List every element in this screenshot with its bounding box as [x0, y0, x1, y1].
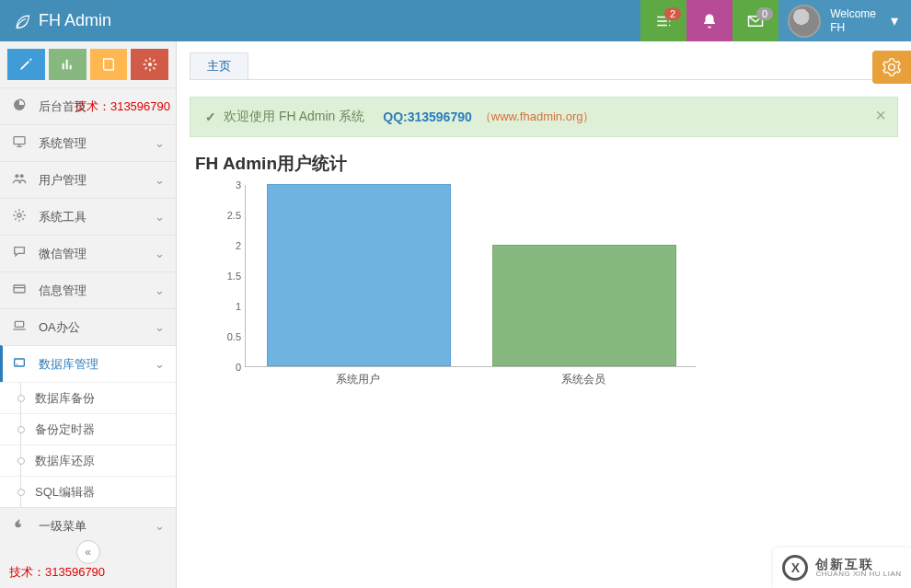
sidebar-item-desktop[interactable]: 系统管理⌄: [0, 124, 176, 161]
welcome-line2: FH: [830, 21, 876, 35]
svg-point-3: [20, 174, 24, 178]
sub-item[interactable]: 数据库还原: [0, 444, 176, 476]
topbar: FH Admin 2 0 Welcome FH ▾: [0, 0, 911, 41]
nav: 后台首页系统管理⌄用户管理⌄系统工具⌄微信管理⌄信息管理⌄OA办公⌄数据库管理⌄…: [0, 87, 176, 560]
settings-float-button[interactable]: [872, 51, 911, 84]
welcome-alert: ✓ 欢迎使用 FH Admin 系统 QQ:313596790 （www.fha…: [190, 97, 898, 137]
alert-close-button[interactable]: ×: [875, 105, 886, 126]
main: 主页 ✓ 欢迎使用 FH Admin 系统 QQ:313596790 （www.…: [177, 41, 911, 588]
hdd-icon: [11, 355, 28, 373]
sidebar-item-laptop[interactable]: OA办公⌄: [0, 308, 176, 345]
alert-text: 欢迎使用 FH Admin 系统: [224, 109, 364, 125]
tasks-button[interactable]: 2: [640, 0, 686, 41]
laptop-icon: [11, 318, 28, 336]
svg-point-2: [15, 174, 18, 178]
sub-item[interactable]: 备份定时器: [0, 413, 176, 444]
tasks-badge: 2: [664, 7, 681, 20]
watermark-py: CHUANG XIN HU LIAN: [815, 571, 901, 578]
svg-point-8: [17, 363, 17, 364]
sidebar-item-label: 系统管理: [39, 135, 86, 152]
chevron-down-icon: ⌄: [155, 519, 165, 533]
alert-qq: QQ:313596790: [383, 110, 472, 124]
sidebar-item-label: 用户管理: [39, 172, 86, 189]
bar-chart-icon: [60, 57, 75, 72]
sidebar-item-fire[interactable]: 一级菜单⌄: [0, 507, 176, 544]
bell-icon: [701, 13, 718, 29]
sidebar-item-dashboard[interactable]: 后台首页: [0, 87, 176, 124]
quick-settings-button[interactable]: [131, 49, 168, 80]
watermark-logo-icon: [782, 555, 808, 581]
chart-title: FH Admin用户统计: [195, 152, 898, 176]
sub-item[interactable]: 数据库备份: [0, 382, 176, 413]
quick-buttons: [0, 41, 176, 87]
watermark: 创新互联 CHUANG XIN HU LIAN: [773, 548, 911, 588]
chart-bar: [267, 184, 451, 366]
chart-plot: [245, 185, 696, 367]
cog-icon: [11, 208, 28, 225]
sidebar-item-card[interactable]: 信息管理⌄: [0, 271, 176, 308]
tech-note-bottom: 技术：313596790: [0, 560, 176, 588]
user-menu[interactable]: Welcome FH ▾: [778, 0, 911, 41]
user-text: Welcome FH: [830, 7, 876, 35]
sidebar-item-label: 数据库管理: [39, 356, 98, 373]
card-icon: [11, 282, 28, 299]
y-tick: 1: [236, 301, 241, 312]
sub-item[interactable]: SQL编辑器: [0, 476, 176, 507]
chart: 00.511.522.53 系统用户系统会员: [217, 185, 696, 387]
watermark-cn: 创新互联: [815, 558, 901, 571]
leaf-icon: [13, 12, 31, 30]
x-label: 系统用户: [336, 372, 380, 387]
brand: FH Admin: [0, 11, 124, 30]
dashboard-icon: [11, 98, 28, 115]
y-tick: 0: [236, 362, 241, 373]
cogs-icon: [143, 57, 157, 72]
svg-rect-1: [14, 137, 25, 144]
pencil-icon: [18, 57, 33, 72]
sidebar: 技术：313596790 后台首页系统管理⌄用户管理⌄系统工具⌄微信管理⌄信息管…: [0, 41, 177, 588]
sidebar-item-cog[interactable]: 系统工具⌄: [0, 198, 176, 235]
chevron-down-icon: ⌄: [155, 283, 165, 297]
fire-icon: [11, 517, 28, 535]
subnav-database: 数据库备份备份定时器数据库还原SQL编辑器: [0, 382, 176, 507]
quick-stats-button[interactable]: [49, 49, 86, 80]
sidebar-item-label: 后台首页: [39, 98, 86, 115]
mail-button[interactable]: 0: [732, 0, 778, 41]
caret-down-icon: ▾: [891, 12, 898, 29]
tab-strip: 主页: [190, 51, 898, 80]
x-label: 系统会员: [561, 372, 605, 387]
chart-y-axis: 00.511.522.53: [217, 185, 245, 367]
avatar: [788, 5, 821, 38]
chevron-down-icon: ⌄: [155, 247, 165, 260]
sidebar-item-label: 微信管理: [39, 246, 86, 262]
tab-home[interactable]: 主页: [190, 52, 248, 79]
body: 技术：313596790 后台首页系统管理⌄用户管理⌄系统工具⌄微信管理⌄信息管…: [0, 41, 911, 588]
chart-bar: [492, 245, 676, 366]
sidebar-item-label: 系统工具: [39, 209, 86, 225]
y-tick: 1.5: [227, 271, 241, 282]
notifications-button[interactable]: [686, 0, 732, 41]
mail-badge: 0: [756, 7, 773, 20]
svg-point-0: [148, 63, 152, 66]
watermark-text: 创新互联 CHUANG XIN HU LIAN: [815, 558, 901, 578]
quick-edit-button[interactable]: [7, 49, 45, 80]
y-tick: 2.5: [227, 210, 241, 221]
sidebar-item-label: 一级菜单: [39, 518, 86, 535]
sidebar-item-hdd[interactable]: 数据库管理⌄: [0, 345, 176, 382]
comments-icon: [11, 245, 28, 262]
users-icon: [11, 171, 28, 189]
svg-rect-6: [15, 321, 23, 327]
quick-book-button[interactable]: [90, 49, 128, 80]
alert-link[interactable]: （www.fhadmin.org）: [479, 109, 595, 125]
chevron-down-icon: ⌄: [155, 320, 165, 334]
svg-point-4: [17, 213, 21, 217]
y-tick: 3: [236, 179, 241, 190]
book-icon: [101, 57, 116, 72]
svg-rect-5: [14, 285, 25, 293]
welcome-line1: Welcome: [830, 7, 876, 21]
sidebar-item-comments[interactable]: 微信管理⌄: [0, 235, 176, 271]
sidebar-collapse-button[interactable]: «: [76, 540, 100, 564]
y-tick: 0.5: [227, 331, 241, 342]
sidebar-item-users[interactable]: 用户管理⌄: [0, 161, 176, 198]
chevron-down-icon: ⌄: [155, 357, 165, 371]
check-icon: ✓: [205, 110, 216, 124]
